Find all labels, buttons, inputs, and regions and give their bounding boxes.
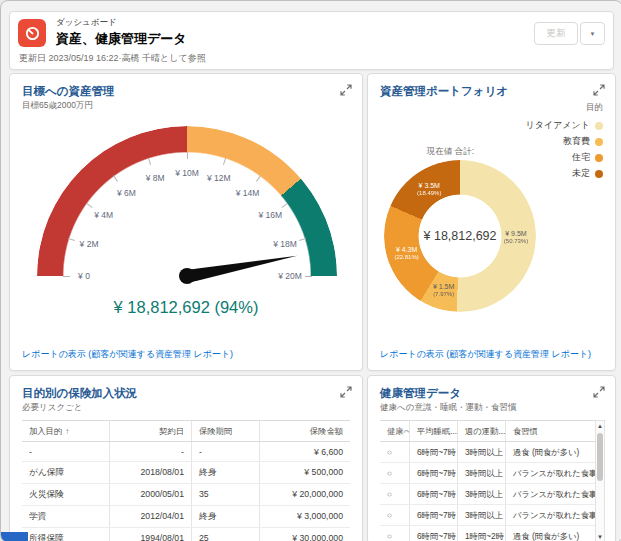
report-link[interactable]: レポートの表示 (顧客が関連する資産管理 レポート): [380, 348, 591, 361]
column-header[interactable]: 週の運動...: [458, 421, 506, 441]
scroll-up-icon[interactable]: ▲: [596, 423, 604, 429]
total-axis-label: 現在値 合計:: [388, 146, 474, 158]
table-cell: ○: [380, 442, 410, 462]
table-cell: 6時間~7時: [410, 463, 458, 483]
panel-health: 健康管理データ 健康への意識・睡眠・運動・食習慣 健康へ... 平均睡眠... …: [367, 375, 616, 541]
donut-slice-label: ¥ 4.3M(22.81%): [394, 245, 418, 262]
table-cell: ○: [380, 526, 410, 541]
dashboard-screen: ダッシュボード 資産、健康管理データ 更新日 2023/05/19 16:22·…: [0, 0, 621, 541]
gauge-tick-label: ¥ 2M: [80, 239, 99, 249]
column-header[interactable]: 契約日: [110, 421, 192, 441]
table-header-row: 健康へ... 平均睡眠... 週の運動... 食習慣: [380, 420, 595, 442]
table-cell: 6時間~7時: [410, 484, 458, 504]
gauge-tick-label: ¥ 0: [78, 271, 90, 281]
column-header[interactable]: 健康へ...: [380, 421, 410, 441]
gauge-tick-mark: [305, 276, 312, 277]
table-cell: 2012/04/01: [110, 506, 192, 527]
table-cell: 3時間以上: [458, 505, 506, 525]
table-row[interactable]: ---¥ 6,600: [22, 442, 350, 462]
panel-health-title[interactable]: 健康管理データ: [380, 386, 461, 401]
chevron-down-icon: ▼: [590, 31, 596, 37]
expand-icon[interactable]: [593, 386, 605, 398]
gauge-needle-hub: [179, 268, 195, 284]
table-cell: 2000/05/01: [110, 484, 192, 505]
table-cell: 1994/08/01: [110, 528, 192, 541]
taskbar-fragment: [1, 532, 28, 541]
legend-label: 未定: [572, 167, 590, 180]
app-label: ダッシュボード: [56, 17, 187, 29]
legend-item: リタイアメント: [526, 119, 603, 132]
legend-item: 住宅: [572, 151, 603, 164]
table-row[interactable]: ○6時間~7時3時間以上バランスが取れた食事 (好き嫌いほ: [380, 463, 595, 484]
table-cell: ¥ 20,000,000: [260, 484, 350, 505]
table-row[interactable]: 学資2012/04/01終身¥ 3,000,000: [22, 506, 350, 528]
table-body: ---¥ 6,600がん保障2018/08/01終身¥ 500,000火災保険2…: [22, 442, 350, 541]
table-row[interactable]: 所得保障1994/08/0125¥ 30,000,000: [22, 528, 350, 541]
table-cell: 6時間~7時: [410, 505, 458, 525]
table-cell: ¥ 3,000,000: [260, 506, 350, 527]
gauge-chart: ¥ 18,812,692 (94%) ¥ 0¥ 2M¥ 4M¥ 6M¥ 8M¥ …: [10, 74, 362, 370]
column-header[interactable]: 保険期間: [192, 421, 260, 441]
table-cell: バランスが取れた食事 (好き嫌いほ: [506, 463, 595, 483]
panel-goal-asset: 目標への資産管理 目標65歳2000万円 ¥ 18,812,692 (94%) …: [9, 73, 363, 371]
panel-portfolio-title[interactable]: 資産管理ポートフォリオ: [380, 84, 508, 99]
table-cell: 35: [192, 484, 260, 505]
scroll-down-icon[interactable]: ▼: [596, 534, 604, 540]
donut-slice-label: ¥ 9.5M(50.73%): [504, 229, 528, 246]
table-body: ○6時間~7時3時間以上過食 (間食が多い)○6時間~7時3時間以上バランスが取…: [380, 442, 595, 541]
legend-item: 教育費: [563, 135, 603, 148]
column-header[interactable]: 加入目的↑: [22, 421, 110, 441]
table-cell: 終身: [192, 506, 260, 527]
panel-insurance-title[interactable]: 目的別の保険加入状況: [22, 386, 137, 401]
table-cell: 火災保険: [22, 484, 110, 505]
sort-asc-icon: ↑: [65, 427, 69, 436]
table-row[interactable]: ○6時間~7時3時間以上過食 (間食が多い): [380, 442, 595, 463]
header: ダッシュボード 資産、健康管理データ 更新日 2023/05/19 16:22·…: [9, 11, 614, 70]
gauge-tick-mark: [187, 152, 188, 159]
table-cell: -: [22, 442, 110, 461]
table-cell: -: [110, 442, 192, 461]
table-cell: 6時間~7時: [410, 526, 458, 541]
column-header[interactable]: 平均睡眠...: [410, 421, 458, 441]
gauge-tick-label: ¥ 20M: [278, 271, 302, 281]
scrollbar[interactable]: ▲ ▼: [595, 420, 605, 541]
legend-dot: [595, 138, 603, 146]
expand-icon[interactable]: [340, 386, 352, 398]
refresh-button[interactable]: 更新: [534, 22, 578, 45]
table-cell: 25: [192, 528, 260, 541]
gauge-glyph-icon: [24, 25, 41, 42]
scrollbar-thumb[interactable]: [597, 433, 603, 481]
column-header[interactable]: 保険金額: [260, 421, 350, 441]
gauge-tick-label: ¥ 14M: [236, 188, 260, 198]
legend-title: 目的: [586, 102, 603, 114]
table-cell: 過食 (間食が多い): [506, 526, 595, 541]
table-cell: ¥ 30,000,000: [260, 528, 350, 541]
gauge-tick-label: ¥ 12M: [207, 173, 231, 183]
legend-label: 住宅: [572, 151, 590, 164]
table-row[interactable]: ○6時間~7時3時間以上バランスが取れた食事 (好き嫌いほ: [380, 505, 595, 526]
donut-legend: 目的 リタイアメント教育費住宅未定: [526, 102, 603, 180]
table-cell: 6時間~7時: [410, 442, 458, 462]
report-link[interactable]: レポートの表示 (顧客が関連する資産管理 レポート): [22, 348, 233, 361]
table-cell: ¥ 6,600: [260, 442, 350, 461]
table-cell: 過食 (間食が多い): [506, 442, 595, 462]
gauge-tick-label: ¥ 6M: [117, 188, 136, 198]
legend-label: リタイアメント: [526, 119, 590, 132]
column-header[interactable]: 食習慣: [506, 421, 595, 441]
table-cell: 3時間以上: [458, 463, 506, 483]
table-cell: バランスが取れた食事 (好き嫌いほ: [506, 484, 595, 504]
legend-dot: [595, 170, 603, 178]
panel-insurance-subtitle: 必要リスクごと: [22, 402, 83, 414]
table-row[interactable]: がん保障2018/08/01終身¥ 500,000: [22, 462, 350, 484]
table-row[interactable]: ○6時間~7時3時間以上バランスが取れた食事 (好き嫌いほ: [380, 484, 595, 505]
table-row[interactable]: ○6時間~7時1時間~2時過食 (間食が多い): [380, 526, 595, 541]
refresh-dropdown-button[interactable]: ▼: [580, 22, 605, 45]
gauge-tick-label: ¥ 18M: [273, 239, 297, 249]
expand-icon[interactable]: [593, 84, 605, 96]
table-row[interactable]: 火災保険2000/05/0135¥ 20,000,000: [22, 484, 350, 506]
table-cell: 1時間~2時: [458, 526, 506, 541]
gauge-value-label: ¥ 18,812,692 (94%): [10, 298, 362, 317]
table-cell: 3時間以上: [458, 484, 506, 504]
table-cell: -: [192, 442, 260, 461]
table-cell: バランスが取れた食事 (好き嫌いほ: [506, 505, 595, 525]
